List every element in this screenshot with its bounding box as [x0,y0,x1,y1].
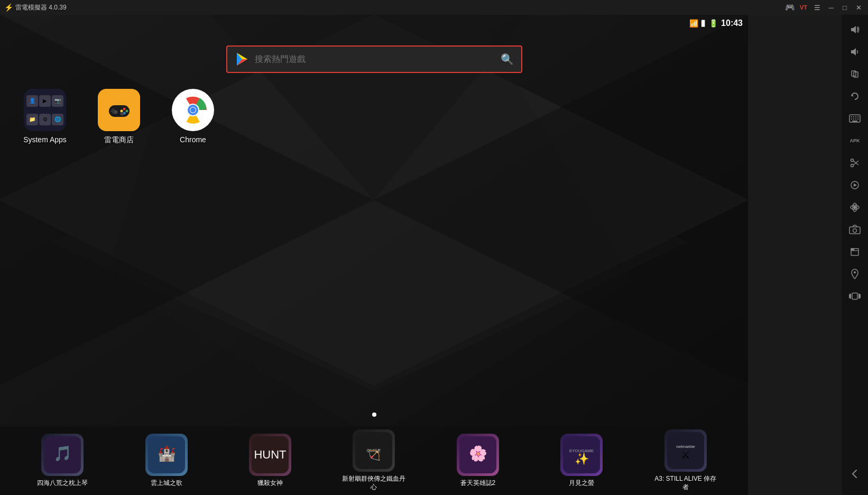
svg-text:⚔: ⚔ [681,449,690,461]
sys-app-3: 📷 [52,95,63,107]
game3-img: HUNT [252,436,289,473]
svg-point-64 [853,206,856,209]
files-button[interactable] [844,241,865,262]
search-input[interactable] [255,54,495,64]
signal-icon: ▊ [701,20,706,27]
titlebar: ⚡ 雷電模擬器 4.0.39 🎮 VT ☰ ─ □ ✕ [0,0,868,15]
svg-text:🎵: 🎵 [53,445,72,462]
camera-button[interactable] [844,219,865,240]
svg-text:🏹: 🏹 [367,448,381,461]
gamepad-icon[interactable]: 🎮 [784,2,795,13]
game-label-1: 四海八荒之枕上琴 [37,479,88,488]
system-apps-label: System Apps [23,135,67,144]
chrome-image [172,89,214,131]
game-thumb-7: netmarble ⚔ [664,429,707,472]
refresh-icon [849,91,860,102]
rotate-icon [849,69,860,79]
game-item-4[interactable]: CMGE 🏹 新射鵰群俠傳之鐵血丹心 [342,429,405,491]
game1-img: 🎵 [44,436,81,473]
battery-icon: 🔋 [709,19,718,28]
svg-rect-50 [853,116,854,117]
gyro-button[interactable] [844,197,865,218]
game-thumb-3: HUNT [249,434,291,476]
game-thumb-1: 🎵 [41,434,84,476]
status-bar: 📶 ▊ 🔋 10:43 [684,15,748,32]
play-store-icon [235,52,250,67]
app-logo: ⚡ [4,3,13,12]
close-button[interactable]: ✕ [853,2,864,13]
back-button[interactable] [844,463,865,484]
refresh-button[interactable] [844,86,865,107]
background-svg [0,15,748,495]
leidian-store-icon[interactable]: 雷電商店 [95,89,143,145]
svg-text:🏰: 🏰 [157,445,176,462]
svg-rect-54 [853,118,854,120]
camera-icon [849,225,861,234]
chrome-icon[interactable]: Chrome [169,89,217,144]
minimize-button[interactable]: ─ [826,2,836,13]
game2-img: 🏰 [148,436,185,473]
game-thumb-5: 🌸 [457,434,499,476]
svg-point-20 [120,112,124,115]
svg-rect-55 [855,118,856,120]
maximize-button[interactable]: □ [839,2,850,13]
leidian-store-image [98,89,140,131]
record-icon [849,180,860,190]
files-icon [849,246,860,257]
rotate-button[interactable] [844,63,865,85]
location-icon [850,269,860,279]
sys-app-5: ⚙ [39,114,51,125]
volume-up-button[interactable] [844,19,865,40]
app-title: 雷電模擬器 4.0.39 [15,3,67,12]
svg-point-16 [125,109,128,112]
svg-point-70 [854,271,856,273]
scissors-button[interactable] [844,152,865,173]
system-apps-image: 👤 ▶ 📷 📁 ⚙ 🌐 [24,89,66,131]
search-icon[interactable]: 🔍 [501,53,514,66]
keyboard-button[interactable] [844,108,865,129]
search-bar[interactable]: 🔍 [226,45,522,73]
svg-rect-71 [852,293,857,299]
vibrate-button[interactable] [844,286,865,307]
game-item-1[interactable]: 🎵 四海八荒之枕上琴 [31,434,94,488]
game-label-5: 蒼天英雄誌2 [460,479,496,488]
gamepad-store-svg [105,96,134,125]
vt-icon[interactable]: VT [798,2,809,13]
sys-app-4: 📁 [26,114,38,125]
settings-icon[interactable]: ☰ [812,2,823,13]
volume-up-icon [849,24,860,35]
game-label-6: 月見之螢 [569,479,594,488]
svg-text:✨: ✨ [575,452,589,466]
game-label-2: 雲上城之歌 [151,479,182,488]
svg-text:🌸: 🌸 [468,445,487,462]
system-apps-icon[interactable]: 👤 ▶ 📷 📁 ⚙ 🌐 System Apps [21,89,69,144]
game-thumb-4: CMGE 🏹 [353,429,395,472]
game-label-3: 獵殺女神 [257,479,283,488]
svg-rect-52 [857,116,858,117]
desktop-apps: 👤 ▶ 📷 📁 ⚙ 🌐 System Apps [21,89,217,145]
game-item-3[interactable]: HUNT 獵殺女神 [238,434,302,488]
game7-img: netmarble ⚔ [667,432,704,469]
svg-rect-53 [851,118,852,120]
apk-button[interactable]: APK [844,130,865,151]
record-button[interactable] [844,175,865,196]
game-thumb-6: EYOUGAME ✨ [560,434,603,476]
svg-marker-44 [851,48,856,56]
game-item-2[interactable]: 🏰 雲上城之歌 [135,434,198,488]
game-item-5[interactable]: 🌸 蒼天英雄誌2 [446,434,510,488]
svg-point-25 [190,107,196,113]
svg-marker-43 [851,26,856,33]
volume-down-icon [849,47,860,57]
game-item-6[interactable]: EYOUGAME ✨ 月見之螢 [550,434,613,488]
game-item-7[interactable]: netmarble ⚔ A3: STILL ALIVE 倖存者 [654,429,717,491]
games-dock: 🎵 四海八荒之枕上琴 🏰 雲上城之歌 HUNT 獵殺女神 [0,426,748,495]
page-dot-1 [372,412,376,417]
sys-app-1: 👤 [26,95,38,107]
right-sidebar: APK [842,15,868,495]
volume-down-button[interactable] [844,41,865,62]
svg-rect-56 [857,118,858,120]
svg-point-15 [123,107,125,110]
status-time: 10:43 [721,19,743,28]
location-button[interactable] [844,263,865,285]
svg-rect-57 [852,121,857,122]
